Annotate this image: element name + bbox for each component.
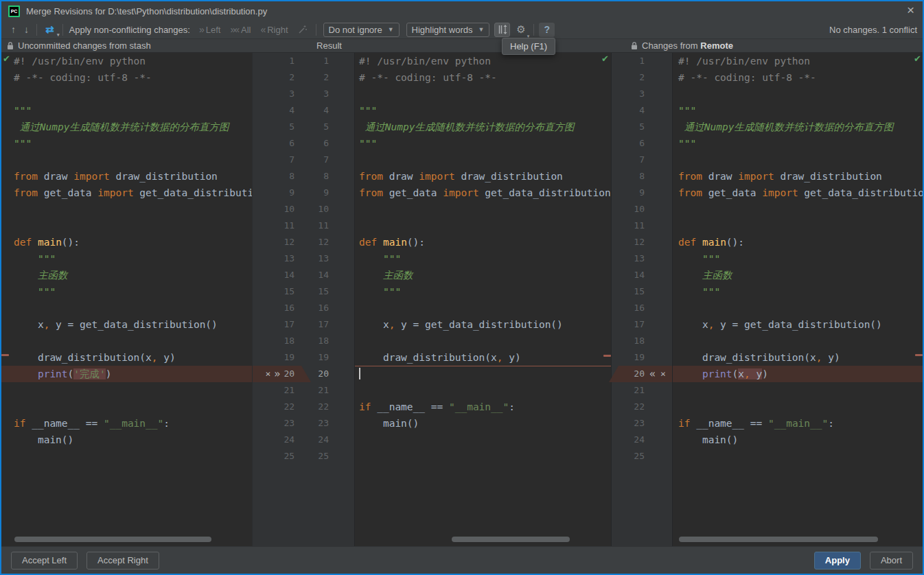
line-number: 15	[284, 283, 294, 300]
line-number: 8	[289, 168, 294, 185]
chevron-down-icon: ▼	[478, 26, 484, 33]
line-number: 5	[628, 119, 645, 135]
conflict-stripe-mark[interactable]	[915, 354, 923, 356]
code-line: x, y = get_data_distribution()	[355, 316, 611, 333]
line-number: 18	[318, 333, 329, 349]
line-number: 18	[284, 333, 294, 349]
code-line	[355, 333, 611, 349]
line-number: 25	[628, 448, 645, 465]
line-number: 4	[323, 102, 329, 119]
line-number: 12	[628, 234, 645, 250]
line-number: 22	[318, 399, 329, 415]
code-line: """	[673, 250, 923, 267]
result-hscrollbar[interactable]	[452, 537, 570, 542]
left-hscrollbar[interactable]	[14, 537, 211, 542]
conflict-stripe-mark[interactable]	[1, 354, 9, 356]
ignore-change-icon[interactable]: ×	[660, 366, 666, 382]
line-number: 9	[628, 185, 645, 201]
line-number: 21	[284, 382, 294, 399]
line-number: 11	[284, 218, 294, 234]
line-number: 22	[284, 399, 294, 415]
right-hscrollbar[interactable]	[679, 537, 878, 542]
apply-all-button[interactable]: »« All	[230, 24, 251, 35]
line-number: 2	[323, 69, 329, 86]
help-icon[interactable]: ?	[539, 23, 555, 37]
collapse-unchanged-icon[interactable]	[494, 23, 510, 37]
code-line: main()	[673, 432, 923, 448]
code-line	[1, 86, 252, 102]
code-line	[673, 333, 923, 349]
line-number: 20	[284, 366, 294, 382]
code-line: draw_distribution(x, y)	[1, 349, 252, 366]
ignore-change-icon[interactable]: ×	[266, 366, 271, 382]
settings-gear-icon[interactable]: ⚙ ▾	[513, 23, 529, 37]
line-number: 1	[289, 53, 294, 69]
apply-change-icon[interactable]: »	[274, 366, 280, 382]
chevron-down-icon: ▼	[388, 26, 394, 33]
line-number: 16	[318, 300, 329, 316]
code-line	[673, 399, 923, 415]
code-line	[1, 218, 252, 234]
code-line: #! /usr/bin/env python	[355, 53, 611, 69]
left-pane-header: Uncommitted changes from stash	[7, 39, 151, 52]
toolbar-separator	[36, 24, 37, 36]
apply-left-button[interactable]: » Left	[199, 24, 220, 35]
code-line: """	[355, 102, 611, 119]
code-line	[673, 514, 923, 530]
line-number: 13	[284, 250, 294, 267]
line-number: 21	[628, 382, 645, 399]
apply-change-icon[interactable]: «	[649, 366, 656, 382]
apply-button[interactable]: Apply	[814, 552, 861, 570]
line-number: 16	[628, 300, 645, 316]
line-number: 14	[628, 267, 645, 283]
magic-resolve-icon[interactable]	[297, 24, 308, 35]
close-icon[interactable]: ×	[907, 3, 914, 17]
code-line: """	[355, 250, 611, 267]
code-line	[1, 300, 252, 316]
code-line: #! /usr/bin/env python	[673, 53, 923, 69]
line-number: 9	[289, 185, 294, 201]
double-chevron-right-icon: »	[199, 24, 203, 35]
result-line-numbers: 1234567891011121314151617181920212223242…	[301, 53, 354, 546]
accept-right-button[interactable]: Accept Right	[86, 552, 159, 570]
line-number: 15	[318, 283, 329, 300]
code-line	[355, 448, 611, 465]
code-line	[673, 300, 923, 316]
code-line: from draw import draw_distribution	[355, 168, 611, 185]
code-line	[673, 382, 923, 399]
code-line	[673, 86, 923, 102]
lock-icon	[7, 41, 14, 50]
editor-right[interactable]: #! /usr/bin/env python# -*- coding: utf-…	[673, 53, 923, 546]
chevrons-inward-icon: »«	[230, 24, 238, 35]
left-line-numbers: 12345678910111213141516171819×»202122232…	[253, 53, 301, 546]
code-line	[355, 152, 611, 168]
apply-right-button[interactable]: « Right	[260, 24, 288, 35]
code-line: draw_distribution(x, y)	[355, 349, 611, 366]
accept-left-button[interactable]: Accept Left	[11, 552, 78, 570]
code-line	[673, 218, 923, 234]
highlight-mode-dropdown[interactable]: Highlight words ▼	[406, 23, 490, 37]
line-number: 6	[323, 135, 329, 152]
line-number: 2	[628, 69, 645, 86]
abort-button[interactable]: Abort	[870, 552, 913, 570]
line-number: 1	[323, 53, 329, 69]
help-tooltip: Help (F1)	[502, 38, 555, 55]
line-number: 25	[284, 448, 294, 465]
code-line	[355, 300, 611, 316]
previous-change-icon[interactable]: ↑	[7, 24, 20, 35]
line-number: 9	[323, 185, 329, 201]
next-change-icon[interactable]: ↓	[20, 24, 33, 35]
code-line	[1, 448, 252, 465]
line-number: 14	[318, 267, 329, 283]
editor-left[interactable]: #! /usr/bin/env python# -*- coding: utf-…	[1, 53, 252, 546]
conflict-stripe-mark[interactable]	[603, 355, 611, 357]
line-number: 22	[628, 399, 645, 415]
apply-all-nonconflicting-icon[interactable]: ⇄ ▾	[41, 23, 59, 36]
ignore-policy-dropdown[interactable]: Do not ignore ▼	[323, 23, 400, 37]
line-number: 10	[628, 201, 645, 218]
line-number: 12	[318, 234, 329, 250]
line-number: 15	[628, 283, 645, 300]
editor-result[interactable]: #! /usr/bin/env python# -*- coding: utf-…	[355, 53, 611, 546]
line-number: 7	[289, 152, 294, 168]
code-line: main()	[355, 415, 611, 432]
